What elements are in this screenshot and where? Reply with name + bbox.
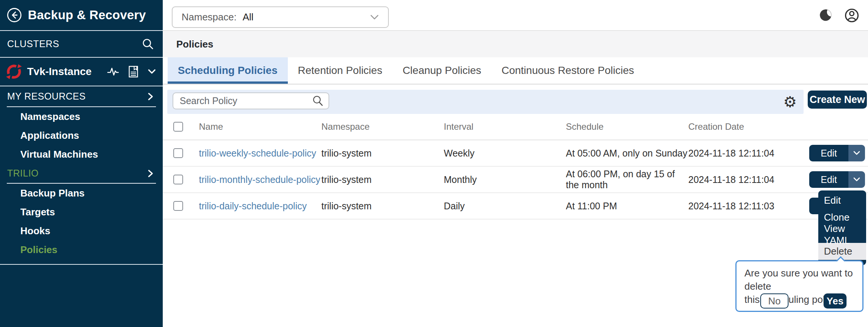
edit-button[interactable]: Edit [809, 145, 848, 161]
edit-dropdown-toggle[interactable] [848, 145, 865, 161]
cell-creation-date: 2024-11-18 12:11:04 [688, 148, 794, 159]
user-circle-icon[interactable] [844, 8, 860, 23]
my-resources-header[interactable]: MY RESOURCES [0, 86, 163, 106]
menu-item-edit[interactable]: Edit [818, 192, 866, 209]
cell-namespace: trilio-system [321, 174, 444, 185]
activity-pulse-icon[interactable] [107, 66, 119, 77]
col-header-creation-date: Creation Date [688, 121, 794, 132]
row-checkbox[interactable] [173, 201, 183, 211]
sidebar-item-backup-plans[interactable]: Backup Plans [0, 184, 163, 203]
tab-cleanup-policies[interactable]: Cleanup Policies [393, 57, 492, 84]
tab-scheduling-policies[interactable]: Scheduling Policies [168, 57, 288, 84]
policy-name-link[interactable]: trilio-monthly-schedule-policy [199, 174, 320, 185]
app-title: Backup & Recovery [28, 8, 146, 22]
instance-name: Tvk-Instance [27, 66, 92, 78]
row-checkbox[interactable] [173, 175, 183, 184]
policies-toolbar: ⚙ [167, 90, 804, 114]
document-icon[interactable] [128, 66, 139, 78]
chevron-down-icon [370, 14, 379, 20]
namespace-label: Namespace: [182, 11, 237, 23]
search-policy-input[interactable] [175, 95, 312, 106]
tab-continuous-restore-policies[interactable]: Continuous Restore Policies [491, 57, 644, 84]
cell-namespace: trilio-system [321, 148, 444, 159]
sidebar-section-my-resources: MY RESOURCES Namespaces Applications Vir… [0, 86, 163, 164]
back-arrow-icon[interactable] [6, 7, 22, 23]
namespace-value: All [243, 11, 254, 23]
cell-creation-date: 2024-11-18 12:11:04 [688, 174, 794, 185]
chevron-down-icon[interactable] [148, 69, 156, 75]
cell-schedule: At 05:00 AM, only on Sunday [566, 148, 688, 159]
namespace-select[interactable]: Namespace: All [172, 6, 389, 28]
sidebar-item-applications[interactable]: Applications [0, 126, 163, 145]
app-window: Backup & Recovery CLUSTERS Tvk-Instance [0, 0, 868, 327]
topbar-icons [818, 0, 868, 31]
sidebar-header: Backup & Recovery [0, 0, 163, 31]
page-title: Policies [176, 38, 213, 50]
table-row: trilio-monthly-schedule-policy trilio-sy… [163, 167, 868, 193]
chevron-right-icon [147, 92, 154, 101]
cell-namespace: trilio-system [321, 201, 444, 212]
col-header-interval: Interval [444, 121, 566, 132]
yes-button[interactable]: Yes [824, 293, 847, 309]
cell-creation-date: 2024-11-18 12:11:03 [688, 201, 794, 212]
sidebar-item-namespaces[interactable]: Namespaces [0, 107, 163, 126]
sidebar-section-trilio: TRILIO Backup Plans Targets Hooks Polici… [0, 164, 163, 259]
edit-split-button: Edit [809, 145, 865, 161]
cell-schedule: At 11:00 PM [566, 201, 688, 212]
select-all-checkbox[interactable] [173, 122, 183, 132]
no-button[interactable]: No [760, 293, 789, 309]
sidebar: Backup & Recovery CLUSTERS Tvk-Instance [0, 0, 163, 327]
row-checkbox[interactable] [173, 148, 183, 158]
menu-item-view-yaml[interactable]: View YAML [818, 226, 866, 243]
policy-name-link[interactable]: trilio-daily-schedule-policy [199, 201, 307, 211]
clusters-label: CLUSTERS [7, 38, 59, 49]
moon-icon[interactable] [818, 8, 833, 23]
instance-actions [107, 66, 156, 78]
edit-dropdown-toggle[interactable] [848, 171, 865, 188]
create-new-button[interactable]: Create New [808, 91, 867, 109]
policies-table: Name Namespace Interval Schedule Creatio… [163, 114, 868, 220]
col-header-name: Name [199, 121, 321, 132]
my-resources-label: MY RESOURCES [7, 91, 86, 102]
table-row: trilio-daily-schedule-policy trilio-syst… [163, 193, 868, 220]
policy-name-link[interactable]: trilio-weekly-schedule-policy [199, 148, 316, 158]
sidebar-item-policies[interactable]: Policies [0, 240, 163, 259]
search-icon[interactable] [142, 38, 154, 51]
row-actions-dropdown: Edit Clone View YAML Delete [818, 190, 866, 265]
tab-retention-policies[interactable]: Retention Policies [288, 57, 393, 84]
col-header-namespace: Namespace [321, 121, 444, 132]
tabbar: Scheduling Policies Retention Policies C… [163, 57, 868, 84]
cluster-instance-row[interactable]: Tvk-Instance [0, 58, 163, 86]
cell-interval: Daily [444, 201, 566, 212]
chevron-right-icon [147, 169, 154, 178]
col-header-schedule: Schedule [566, 121, 688, 132]
edit-split-button: Edit [809, 171, 865, 188]
page-heading-strip: Policies [163, 31, 868, 57]
clusters-row: CLUSTERS [0, 31, 163, 58]
trilio-logo-icon [5, 63, 23, 80]
search-policy-box [173, 92, 329, 109]
edit-button[interactable]: Edit [809, 171, 848, 188]
table-header-row: Name Namespace Interval Schedule Creatio… [163, 114, 868, 140]
search-icon[interactable] [312, 95, 324, 107]
gear-icon[interactable]: ⚙ [783, 94, 797, 109]
cell-schedule: At 06:00 PM, on day 15 of the month [566, 169, 688, 190]
trilio-label: TRILIO [7, 168, 39, 179]
delete-confirm-popup: Are you sure you want to delete this sch… [735, 260, 863, 312]
sidebar-item-virtual-machines[interactable]: Virtual Machines [0, 145, 163, 164]
cell-interval: Monthly [444, 174, 566, 185]
cell-interval: Weekly [444, 148, 566, 159]
trilio-header[interactable]: TRILIO [0, 164, 163, 183]
topbar: Namespace: All [163, 0, 868, 31]
sidebar-item-hooks[interactable]: Hooks [0, 221, 163, 240]
divider [0, 264, 163, 265]
table-row: trilio-weekly-schedule-policy trilio-sys… [163, 140, 868, 167]
sidebar-item-targets[interactable]: Targets [0, 203, 163, 221]
